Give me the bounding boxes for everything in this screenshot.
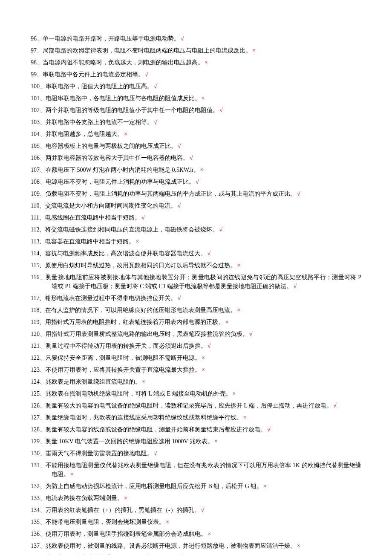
question-number: 133、 <box>31 495 46 501</box>
question-item: 137、兆欧表使用时，被测量的线路、设备必须断开电源，并进行短路放电，被测物表面… <box>31 541 361 550</box>
check-mark-icon: √ <box>145 71 148 78</box>
question-item: 104、并联电阻越多，总电阻越大。× <box>31 130 361 139</box>
question-item: 96、单一电源的电路开路时，开路电压等于电源电动势。√ <box>31 34 361 43</box>
question-text: 单一电源的电路开路时，开路电压等于电源电动势。 <box>43 35 180 42</box>
question-number: 98、 <box>31 59 43 66</box>
question-number: 103、 <box>31 119 46 125</box>
question-number: 107、 <box>31 167 46 173</box>
cross-mark-icon: × <box>166 519 169 525</box>
question-number: 124、 <box>31 379 46 385</box>
question-text: 用指针式万用表测量桥式整流电路的输出电压时，黑表笔应接整流管的负极。 <box>46 331 248 337</box>
question-number: 136、 <box>31 531 46 537</box>
question-text: 局部电路的欧姆定律表明，电阻不变时电阻两端的电压与电阻上的电流成反比。 <box>43 47 251 54</box>
question-text: 使用万用表时，测量电阻手指碰到表笔金属部分会造成触电。 <box>46 531 207 537</box>
question-item: 123、不使用万用表时，应将其转换开关置于直流电流最大挡拉。× <box>31 365 361 374</box>
question-text: 容抗与电源频率成反比，高次谐波会使并联电容器电流过大。 <box>45 250 206 257</box>
cross-mark-icon: × <box>135 238 139 245</box>
question-text: 电源电压不变时，电阻元件上消耗的功率与电流成正比。 <box>46 179 195 185</box>
question-number: 100、 <box>31 83 46 90</box>
question-text: 不使用万用表时，应将其转换开关置于直流电流最大挡拉。 <box>46 367 201 373</box>
question-number: 130、 <box>31 450 46 457</box>
cross-mark-icon: × <box>214 438 218 445</box>
question-item: 97、局部电路的欧姆定律表明，电阻不变时电阻两端的电压与电阻上的电流成反比。× <box>31 46 361 55</box>
question-text: 交流电流是大小和方向随时间周期性变化的电流。 <box>45 202 176 209</box>
question-item: 108、电源电压不变时，电阻元件上消耗的功率与电流成正比。√ <box>31 177 361 186</box>
question-text: 兆欧表在摇测电动机绝缘电阻时，可将 L 端或 E 端接至电动机的外壳。 <box>46 390 232 397</box>
question-number: 99、 <box>31 71 43 78</box>
cross-mark-icon: × <box>237 262 240 269</box>
question-number: 109、 <box>31 191 46 197</box>
question-text: 测量有较大的电容的电气设备的绝缘电阻时，读数和记录完毕后，应先拆开 L 端，后停… <box>46 402 332 409</box>
question-item: 129、测量 10KV 电气装置一次回路的绝缘电阻应选用 1000V 兆欧表。× <box>31 437 361 446</box>
check-mark-icon: √ <box>208 343 211 349</box>
question-number: 112、 <box>31 226 45 233</box>
question-number: 120、 <box>31 331 46 337</box>
question-number: 110、 <box>31 202 45 209</box>
check-mark-icon: √ <box>154 119 157 125</box>
question-number: 106、 <box>31 155 46 161</box>
question-text: 不能用接地电阻测量仪代替兆欧表测量绝缘电阻，但在没有兆欧表的情况下可以用万用表倍… <box>46 462 361 477</box>
question-number: 119、 <box>31 319 45 325</box>
question-number: 132、 <box>31 483 46 489</box>
cross-mark-icon: × <box>124 495 127 501</box>
question-number: 116、 <box>31 274 46 280</box>
question-number: 101、 <box>31 95 46 101</box>
question-number: 105、 <box>31 143 46 149</box>
question-number: 123、 <box>31 367 46 373</box>
question-item: 135、不能带电压测量电阻，否则会烧坏测量仪表。× <box>31 517 361 526</box>
question-item: 112、将交流电磁铁连接到相同电压的直流电源上，电磁铁将会被烧坏。√ <box>31 225 361 234</box>
question-item: 120、用指针式万用表测量桥式整流电路的输出电压时，黑表笔应接整流管的负极。√ <box>31 330 361 338</box>
question-text: 兆欧表使用时，被测量的线路、设备必须断开电源，并进行短路放电，被测物表面应清洁干… <box>46 543 296 549</box>
question-text: 负载电阻不变时，电阻上消耗的功率与其两端电压的平方成正比，或与其上电流的平方成正… <box>46 191 296 197</box>
question-item: 133、电流表跨接在负载两端测量。× <box>31 494 361 503</box>
question-item: 101、电阻串联电路中，各电阻上的电压与各电阻的阻值成反比。× <box>31 94 361 103</box>
question-text: 串联电路中，阻值大的电阻上的电压高。 <box>46 83 153 90</box>
cross-mark-icon: × <box>70 471 74 477</box>
question-item: 128、测量有较大电容的线路或设备的绝缘电阻，测量开始前和测量结束后都应进行放电… <box>31 425 361 434</box>
check-mark-icon: √ <box>201 507 205 513</box>
cross-mark-icon: × <box>142 379 145 385</box>
question-item: 125、兆欧表在摇测电动机绝缘电阻时，可将 L 端或 E 端接至电动机的外壳。× <box>31 389 361 398</box>
check-mark-icon: √ <box>207 250 210 257</box>
question-text: 兆欧表是用来测量绕组直流电阻的。 <box>46 379 141 385</box>
cross-mark-icon: × <box>202 355 205 361</box>
cross-mark-icon: × <box>263 483 267 489</box>
question-item: 130、雷雨天气不得测量防雷装置的接地电阻。√ <box>31 449 361 458</box>
question-item: 109、负载电阻不变时，电阻上消耗的功率与其两端电压的平方成正比，或与其上电流的… <box>31 189 361 198</box>
check-mark-icon: √ <box>177 295 181 301</box>
question-number: 115、 <box>31 262 45 269</box>
question-number: 118、 <box>31 307 45 313</box>
question-text: 在有人监护的情况下，可以用绝缘良好的低压钳形电流表测量高压电流。 <box>45 307 236 313</box>
question-text: 电容器在直流电路中相当于短路。 <box>45 238 135 245</box>
question-number: 104、 <box>31 131 46 137</box>
question-text: 两个并联电阻的等级电阻的电阻值小于其中任一个电阻的电阻值。 <box>46 107 219 113</box>
question-item: 99、串联电路中各元件上的电流必定相等。√ <box>31 70 361 79</box>
question-number: 96、 <box>31 35 43 42</box>
question-item: 103、并联电路中各支路上的电流不一定相等。√ <box>31 118 361 127</box>
question-number: 126、 <box>31 402 46 409</box>
question-item: 131、不能用接地电阻测量仪代替兆欧表测量绝缘电阻，但在没有兆欧表的情况下可以用… <box>31 461 361 479</box>
question-item: 118、在有人监护的情况下，可以用绝缘良好的低压钳形电流表测量高压电流。× <box>31 306 361 315</box>
cross-mark-icon: × <box>243 414 247 421</box>
check-mark-icon: √ <box>154 450 157 457</box>
check-mark-icon: √ <box>178 143 181 149</box>
question-item: 113、电容器在直流电路中相当于短路。× <box>31 237 361 246</box>
question-item: 115、原使用白炽灯时导线过热，改用瓦数相同的日光灯以后导线就不会过热。× <box>31 261 361 270</box>
question-number: 134、 <box>31 507 46 513</box>
question-item: 138、兆欧表使用前先对仪表进行开路（∞）和短路（0）试验。√ <box>31 553 361 555</box>
cross-mark-icon: × <box>202 95 205 101</box>
question-text: 钳形电流表在测量过程中不得带电切换挡位开关。 <box>45 295 176 301</box>
question-item: 126、测量有较大的电容的电气设备的绝缘电阻时，读数和记录完毕后，应先拆开 L … <box>31 401 361 410</box>
question-number: 128、 <box>31 426 46 433</box>
question-text: 为防止自感电动势损坏检流计，应用电桥测量电阻后应先松开 B 钮，后松开 G 钮。 <box>46 483 262 489</box>
question-list: 96、单一电源的电路开路时，开路电压等于电源电动势。√97、局部电路的欧姆定律表… <box>31 34 361 555</box>
question-text: 测量过程中不得转动万用表的转换开关，而必须退出后换挡。 <box>46 343 207 349</box>
check-mark-icon: √ <box>249 331 253 337</box>
cross-mark-icon: × <box>297 543 300 549</box>
question-text: 万用表的红表笔插在（+）的插孔，黑笔插在（-）的插孔。 <box>46 507 200 513</box>
question-item: 117、钳形电流表在测量过程中不得带电切换挡位开关。√ <box>31 294 361 303</box>
question-item: 105、电容器极板上的电量与两极板之间的电压成正比。√ <box>31 142 361 150</box>
question-item: 102、两个并联电阻的等级电阻的电阻值小于其中任一个电阻的电阻值。√ <box>31 106 361 115</box>
question-number: 135、 <box>31 519 46 525</box>
question-text: 并联电路中各支路上的电流不一定相等。 <box>46 119 153 125</box>
